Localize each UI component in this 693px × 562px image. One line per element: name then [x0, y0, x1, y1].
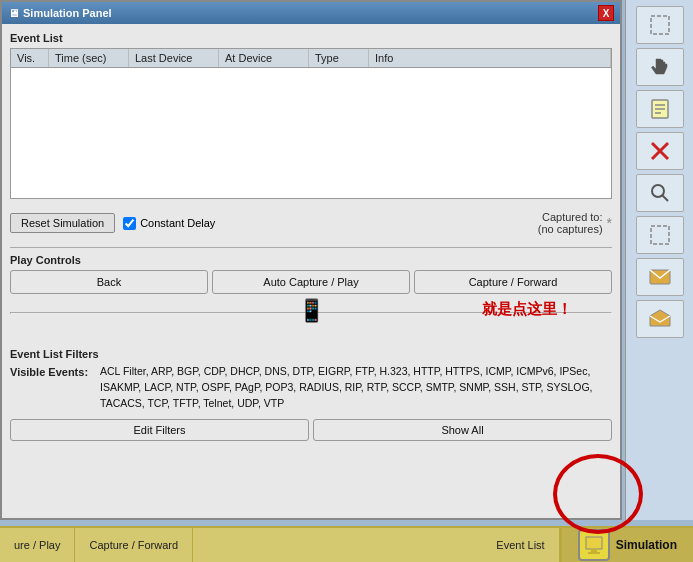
bottom-left-controls: Reset Simulation Constant Delay [10, 213, 215, 233]
phone-icon: 📱 [298, 298, 325, 324]
captured-to-value: (no captures) [538, 223, 603, 235]
col-lastdev-header: Last Device [129, 49, 219, 67]
divider-1 [10, 247, 612, 248]
edit-filters-button[interactable]: Edit Filters [10, 419, 309, 441]
filters-label: Event List Filters [10, 348, 612, 360]
status-item-autocapture[interactable]: ure / Play [0, 528, 75, 562]
simulation-icon [578, 529, 610, 561]
svg-rect-14 [588, 552, 600, 554]
status-item-eventlist[interactable]: Event List [482, 528, 559, 562]
back-button[interactable]: Back [10, 270, 208, 294]
mail-tool-button[interactable] [636, 258, 684, 296]
filters-section: Event List Filters Visible Events: ACL F… [10, 348, 612, 441]
col-time-header: Time (sec) [49, 49, 129, 67]
captured-to: Captured to: (no captures) * [538, 211, 612, 235]
svg-point-7 [652, 185, 664, 197]
col-info-header: Info [369, 49, 611, 67]
panel-title: Simulation Panel [23, 7, 112, 19]
constant-delay-checkbox[interactable] [123, 217, 136, 230]
search-tool-button[interactable] [636, 174, 684, 212]
svg-line-8 [662, 196, 668, 202]
constant-delay-label[interactable]: Constant Delay [123, 217, 215, 230]
hand-tool-button[interactable] [636, 48, 684, 86]
dashed-rect-tool-button[interactable] [636, 216, 684, 254]
status-item-capture-forward[interactable]: Capture / Forward [75, 528, 193, 562]
captured-to-label: Captured to: [538, 211, 603, 223]
panel-title-icon: 🖥 [8, 7, 19, 19]
envelope-open-tool-button[interactable] [636, 300, 684, 338]
delete-tool-button[interactable] [636, 132, 684, 170]
capture-forward-button[interactable]: Capture / Forward [414, 270, 612, 294]
note-tool-button[interactable] [636, 90, 684, 128]
status-item-simulation[interactable]: Simulation [560, 528, 693, 562]
event-list-header: Vis. Time (sec) Last Device At Device Ty… [11, 49, 611, 68]
reset-simulation-button[interactable]: Reset Simulation [10, 213, 115, 233]
visible-events-content: ACL Filter, ARP, BGP, CDP, DHCP, DNS, DT… [100, 364, 612, 411]
event-list-container: Vis. Time (sec) Last Device At Device Ty… [10, 48, 612, 199]
close-button[interactable]: X [598, 5, 614, 21]
col-atdev-header: At Device [219, 49, 309, 67]
svg-rect-13 [591, 549, 597, 552]
title-bar: 🖥 Simulation Panel X [2, 2, 620, 24]
svg-rect-0 [651, 16, 669, 34]
annotation-text: 就是点这里！ [482, 300, 572, 319]
play-controls-section: Play Controls Back Auto Capture / Play C… [10, 254, 612, 340]
svg-rect-12 [586, 537, 602, 549]
select-tool-button[interactable] [636, 6, 684, 44]
visible-events-row: Visible Events: ACL Filter, ARP, BGP, CD… [10, 364, 612, 411]
status-right: Event List Simulation [482, 528, 693, 562]
col-type-header: Type [309, 49, 369, 67]
constant-delay-text: Constant Delay [140, 217, 215, 229]
simulation-panel: 🖥 Simulation Panel X Event List Vis. Tim… [0, 0, 622, 520]
bottom-controls: Reset Simulation Constant Delay Captured… [10, 207, 612, 239]
asterisk-icon: * [607, 215, 612, 231]
filter-buttons: Edit Filters Show All [10, 419, 612, 441]
visible-events-label: Visible Events: [10, 364, 100, 411]
right-toolbar [625, 0, 693, 520]
svg-rect-9 [651, 226, 669, 244]
play-controls-label: Play Controls [10, 254, 612, 266]
col-vis-header: Vis. [11, 49, 49, 67]
show-all-button[interactable]: Show All [313, 419, 612, 441]
event-list-body [11, 68, 611, 198]
status-bar: ure / Play Capture / Forward Event List … [0, 526, 693, 562]
phone-area: 📱 就是点这里！ [10, 300, 612, 340]
event-list-label: Event List [10, 32, 612, 44]
play-buttons: Back Auto Capture / Play Capture / Forwa… [10, 270, 612, 294]
auto-capture-play-button[interactable]: Auto Capture / Play [212, 270, 410, 294]
